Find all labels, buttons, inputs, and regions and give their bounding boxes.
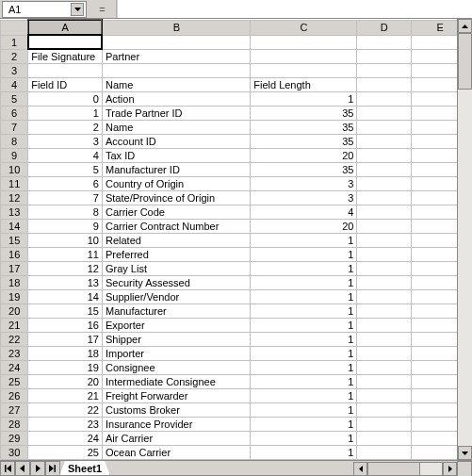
- row-header[interactable]: 24: [1, 360, 28, 374]
- cell[interactable]: [28, 63, 103, 77]
- row-header[interactable]: 22: [1, 332, 28, 346]
- cell[interactable]: 20: [251, 148, 357, 162]
- cell[interactable]: Tax ID: [102, 148, 250, 162]
- row-header[interactable]: 15: [1, 233, 28, 247]
- cell[interactable]: Manufacturer: [102, 304, 250, 318]
- cell[interactable]: 1: [251, 247, 357, 261]
- cell[interactable]: [357, 120, 412, 134]
- cell[interactable]: Field ID: [28, 77, 103, 91]
- row-header[interactable]: 31: [1, 459, 28, 460]
- cell[interactable]: 15: [28, 304, 103, 318]
- horizontal-scrollbar[interactable]: [353, 461, 457, 476]
- cell[interactable]: [357, 459, 412, 460]
- cell[interactable]: [357, 374, 412, 388]
- cell[interactable]: 1: [251, 332, 357, 346]
- cell[interactable]: 3: [251, 190, 357, 205]
- cell[interactable]: 22: [28, 402, 103, 417]
- cell[interactable]: 7: [28, 190, 103, 205]
- name-box[interactable]: A1: [2, 1, 87, 18]
- sheet-nav-next-button[interactable]: [30, 461, 45, 476]
- row-header[interactable]: 4: [1, 77, 28, 91]
- cell[interactable]: [357, 162, 412, 176]
- cell[interactable]: 35: [251, 134, 357, 148]
- vscroll-thumb[interactable]: [458, 33, 472, 90]
- row-header[interactable]: 23: [1, 346, 28, 360]
- cell[interactable]: [357, 445, 412, 459]
- cell[interactable]: 1: [251, 374, 357, 388]
- cell[interactable]: Shipper: [102, 332, 250, 346]
- cell[interactable]: Air Carrier: [102, 431, 250, 445]
- cell[interactable]: Intermediate Consignee: [102, 374, 250, 388]
- cell[interactable]: 1: [251, 431, 357, 445]
- cell[interactable]: [357, 304, 412, 318]
- cell[interactable]: Country of Origin: [102, 176, 250, 190]
- row-header[interactable]: 10: [1, 162, 28, 176]
- cell[interactable]: [28, 35, 103, 49]
- row-header[interactable]: 21: [1, 318, 28, 332]
- cell[interactable]: [357, 106, 412, 120]
- cell[interactable]: 35: [251, 162, 357, 176]
- cell[interactable]: [357, 205, 412, 219]
- cell[interactable]: Importer: [102, 346, 250, 360]
- sheet-tab[interactable]: Sheet1: [59, 461, 110, 476]
- row-header[interactable]: 12: [1, 190, 28, 205]
- cell[interactable]: [357, 360, 412, 374]
- row-header[interactable]: 29: [1, 431, 28, 445]
- cell[interactable]: Exporter: [102, 318, 250, 332]
- cell[interactable]: 26: [28, 459, 103, 460]
- scroll-down-button[interactable]: [458, 446, 472, 460]
- cell[interactable]: 17: [28, 332, 103, 346]
- cell[interactable]: [357, 275, 412, 289]
- cell[interactable]: [357, 417, 412, 431]
- cell[interactable]: 1: [251, 261, 357, 275]
- row-header[interactable]: 1: [1, 35, 28, 49]
- cell[interactable]: 35: [251, 106, 357, 120]
- cell[interactable]: Consignee: [102, 360, 250, 374]
- cell[interactable]: [357, 63, 412, 77]
- row-header[interactable]: 7: [1, 120, 28, 134]
- cell[interactable]: Gray List: [102, 261, 250, 275]
- cell[interactable]: 0: [28, 91, 103, 106]
- cell[interactable]: 3: [28, 134, 103, 148]
- cell[interactable]: 6: [28, 176, 103, 190]
- col-header-D[interactable]: D: [357, 20, 412, 35]
- cell[interactable]: 1: [251, 459, 357, 460]
- sheet-nav-prev-button[interactable]: [15, 461, 30, 476]
- cell[interactable]: [357, 77, 412, 91]
- row-header[interactable]: 13: [1, 205, 28, 219]
- cell[interactable]: 1: [251, 346, 357, 360]
- cell[interactable]: [357, 388, 412, 402]
- cell[interactable]: Related: [102, 233, 250, 247]
- col-header-B[interactable]: B: [102, 20, 250, 35]
- cell[interactable]: 14: [28, 289, 103, 304]
- scroll-up-button[interactable]: [458, 19, 472, 33]
- cell[interactable]: Manufacturer ID: [102, 162, 250, 176]
- cell[interactable]: [357, 431, 412, 445]
- cell[interactable]: 20: [28, 374, 103, 388]
- scroll-right-button[interactable]: [443, 462, 457, 476]
- name-box-dropdown-button[interactable]: [71, 3, 84, 16]
- cell[interactable]: [357, 247, 412, 261]
- cell[interactable]: [357, 346, 412, 360]
- cell[interactable]: [357, 233, 412, 247]
- cell[interactable]: [357, 134, 412, 148]
- row-header[interactable]: 5: [1, 91, 28, 106]
- cell[interactable]: [357, 148, 412, 162]
- cell[interactable]: 16: [28, 318, 103, 332]
- cell[interactable]: Security Assessed: [102, 275, 250, 289]
- cell[interactable]: [357, 318, 412, 332]
- sheet-nav-first-button[interactable]: [0, 461, 15, 476]
- row-header[interactable]: 14: [1, 219, 28, 233]
- cell[interactable]: 24: [28, 431, 103, 445]
- cell[interactable]: 19: [28, 360, 103, 374]
- row-header[interactable]: 3: [1, 63, 28, 77]
- cell[interactable]: 21: [28, 388, 103, 402]
- cell[interactable]: [357, 402, 412, 417]
- hscroll-thumb[interactable]: [368, 463, 420, 475]
- cell[interactable]: 13: [28, 275, 103, 289]
- cell[interactable]: 1: [251, 275, 357, 289]
- row-header[interactable]: 25: [1, 374, 28, 388]
- cell[interactable]: [357, 289, 412, 304]
- cell[interactable]: 23: [28, 417, 103, 431]
- cell[interactable]: 9: [28, 219, 103, 233]
